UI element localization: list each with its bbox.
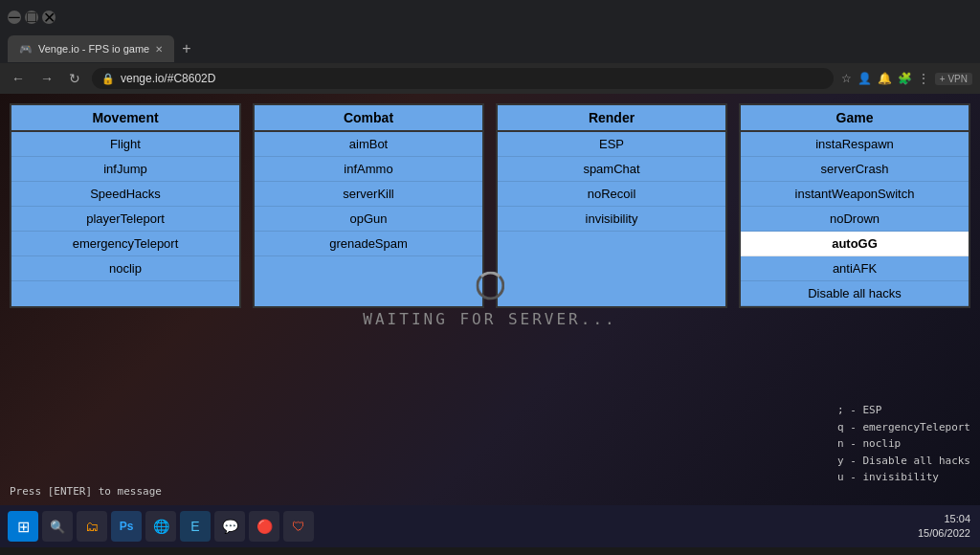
extensions-icon[interactable]: 🧩 bbox=[898, 72, 912, 85]
profile-icon[interactable]: 👤 bbox=[858, 72, 872, 85]
clock-time: 15:04 bbox=[918, 512, 970, 526]
movement-panel-header: Movement bbox=[11, 105, 239, 132]
clock-date: 15/06/2022 bbox=[918, 526, 970, 541]
serverkill-item[interactable]: serverKill bbox=[255, 182, 482, 207]
keybinds-display: ; - ESP q - emergencyTeleport n - noclip… bbox=[837, 402, 970, 486]
keybind-esp: ; - ESP bbox=[837, 402, 970, 419]
tab-title: Venge.io - FPS io game bbox=[38, 43, 149, 55]
autogg-item[interactable]: autoGG bbox=[741, 232, 969, 256]
taskbar-clock: 15:04 15/06/2022 bbox=[918, 512, 970, 542]
speedhacks-item[interactable]: SpeedHacks bbox=[11, 182, 239, 207]
taskbar: ⊞ 🔍 🗂 Ps 🌐 E 💬 🔴 🛡 15:04 15/06/2022 bbox=[0, 505, 980, 547]
active-tab[interactable]: 🎮 Venge.io - FPS io game ✕ bbox=[8, 35, 174, 62]
render-panel-header: Render bbox=[498, 105, 725, 132]
invisibility-item[interactable]: invisibility bbox=[498, 207, 725, 232]
bookmark-icon[interactable]: ☆ bbox=[841, 72, 852, 85]
game-overlay: WAITING FOR SERVER... bbox=[363, 272, 616, 328]
keybind-disable-hacks: y - Disable all hacks bbox=[837, 453, 970, 470]
settings-icon[interactable]: ⋮ bbox=[918, 72, 929, 85]
taskbar-browser1[interactable]: 🌐 bbox=[145, 511, 176, 542]
vpn-badge[interactable]: + VPN bbox=[935, 73, 972, 85]
keybind-emergency-teleport: q - emergencyTeleport bbox=[837, 419, 970, 436]
tab-close-btn[interactable]: ✕ bbox=[155, 44, 163, 55]
game-panel: Game instaRespawn serverCrash instantWea… bbox=[739, 103, 970, 308]
noclip-item[interactable]: noclip bbox=[11, 256, 239, 281]
emergency-teleport-item[interactable]: emergencyTeleport bbox=[11, 232, 239, 256]
nodrown-item[interactable]: noDrown bbox=[741, 207, 969, 232]
url-box[interactable]: 🔒 venge.io/#C8602D bbox=[92, 68, 834, 89]
instantweaponswitch-item[interactable]: instantWeaponSwitch bbox=[741, 182, 969, 207]
keybind-noclip: n - noclip bbox=[837, 435, 970, 453]
instarespawn-item[interactable]: instaRespawn bbox=[741, 132, 969, 157]
waiting-text: WAITING FOR SERVER... bbox=[363, 310, 616, 328]
infjump-item[interactable]: infJump bbox=[11, 157, 239, 182]
infammo-item[interactable]: infAmmo bbox=[255, 157, 482, 182]
taskbar-search[interactable]: 🔍 bbox=[42, 511, 73, 542]
taskbar-app2[interactable]: 🛡 bbox=[283, 511, 314, 542]
start-button[interactable]: ⊞ bbox=[8, 511, 38, 542]
browser-chrome: ─ □ ✕ bbox=[0, 0, 980, 34]
refresh-btn[interactable]: ↻ bbox=[65, 71, 84, 86]
minimize-btn[interactable]: ─ bbox=[8, 11, 21, 24]
flight-item[interactable]: Flight bbox=[11, 132, 239, 157]
taskbar-app1[interactable]: 🔴 bbox=[249, 511, 279, 542]
loading-spinner bbox=[476, 272, 504, 300]
new-tab-btn[interactable]: + bbox=[174, 40, 198, 57]
aimbot-item[interactable]: aimBot bbox=[255, 132, 482, 157]
game-area: Movement Flight infJump SpeedHacks playe… bbox=[0, 94, 980, 505]
window-controls[interactable]: ─ □ ✕ bbox=[8, 11, 56, 24]
taskbar-discord[interactable]: 💬 bbox=[214, 511, 245, 542]
url-text: venge.io/#C8602D bbox=[121, 72, 215, 85]
taskbar-edge[interactable]: E bbox=[180, 511, 211, 542]
address-bar: ← → ↻ 🔒 venge.io/#C8602D ☆ 👤 🔔 🧩 ⋮ + VPN bbox=[0, 63, 980, 94]
tab-bar: 🎮 Venge.io - FPS io game ✕ + bbox=[0, 34, 980, 63]
disable-all-hacks-item[interactable]: Disable all hacks bbox=[741, 281, 969, 306]
back-btn[interactable]: ← bbox=[8, 71, 29, 86]
esp-item[interactable]: ESP bbox=[498, 132, 725, 157]
game-panel-header: Game bbox=[741, 105, 969, 132]
close-btn[interactable]: ✕ bbox=[42, 11, 56, 24]
press-enter-hint: Press [ENTER] to message bbox=[10, 485, 162, 498]
combat-panel-header: Combat bbox=[255, 105, 482, 132]
movement-panel: Movement Flight infJump SpeedHacks playe… bbox=[10, 103, 241, 308]
spamchat-item[interactable]: spamChat bbox=[498, 157, 725, 182]
servercrash-item[interactable]: serverCrash bbox=[741, 157, 969, 182]
taskbar-photoshop[interactable]: Ps bbox=[111, 511, 142, 542]
keybind-invisibility: u - invisibility bbox=[837, 469, 970, 486]
maximize-btn[interactable]: □ bbox=[25, 11, 38, 24]
antiafk-item[interactable]: antiAFK bbox=[741, 256, 969, 281]
notification-icon[interactable]: 🔔 bbox=[878, 72, 892, 85]
norecoil-item[interactable]: noRecoil bbox=[498, 182, 725, 207]
opgun-item[interactable]: opGun bbox=[255, 207, 482, 232]
forward-btn[interactable]: → bbox=[36, 71, 57, 86]
taskbar-files[interactable]: 🗂 bbox=[77, 511, 107, 542]
player-teleport-item[interactable]: playerTeleport bbox=[11, 207, 239, 232]
grenadespam-item[interactable]: grenadeSpam bbox=[255, 232, 482, 256]
browser-toolbar-icons: ☆ 👤 🔔 🧩 ⋮ + VPN bbox=[841, 72, 972, 85]
